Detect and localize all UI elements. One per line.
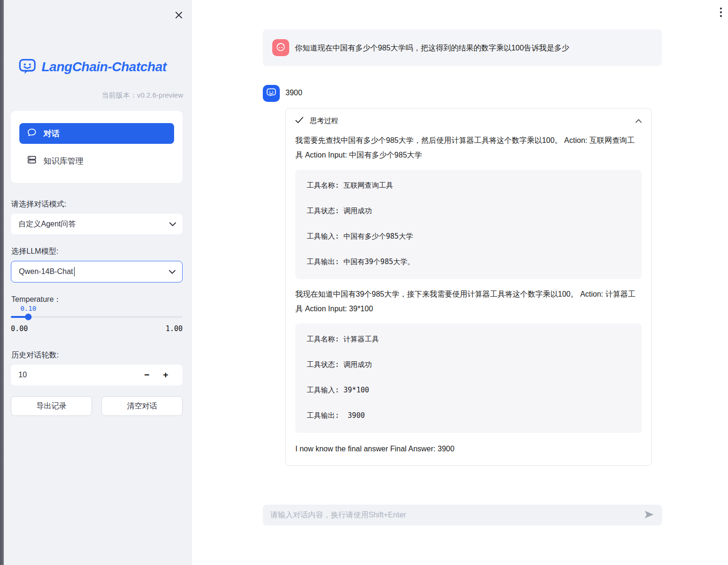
sidebar-item-label: 知识库管理 <box>43 156 84 166</box>
user-avatar <box>272 39 289 56</box>
chat-logo-icon <box>18 57 37 77</box>
temperature-slider: 0.10 0.00 1.00 <box>11 316 183 333</box>
face-icon <box>274 40 288 56</box>
tool-input: 工具输入: 39*100 <box>307 385 630 395</box>
dialog-mode-label: 请选择对话模式: <box>11 199 66 209</box>
tool-input: 工具输入: 中国有多少个985大学 <box>307 231 630 241</box>
dialog-mode-value: 自定义Agent问答 <box>18 219 76 229</box>
sidebar-close-button[interactable] <box>171 8 186 23</box>
expander-header[interactable]: 思考过程 <box>295 108 642 133</box>
temperature-value: 0.10 <box>20 305 36 312</box>
database-icon <box>27 155 37 167</box>
chat-bubble-icon <box>27 127 37 140</box>
history-rounds-label: 历史对话轮数: <box>11 350 59 360</box>
llm-model-value: Qwen-14B-Chat <box>19 267 73 276</box>
tool-call-block: 工具名称: 互联网查询工具 工具状态: 调用成功 工具输入: 中国有多少个985… <box>295 170 642 279</box>
chevron-down-icon <box>169 267 176 276</box>
agent-thought: 我需要先查找中国有多少个985大学，然后使用计算器工具将这个数字乘以100。 A… <box>295 133 642 162</box>
expander-title: 思考过程 <box>310 116 629 125</box>
tool-output: 工具输出: 中国有39个985大学。 <box>307 257 630 267</box>
tool-name: 工具名称: 互联网查询工具 <box>307 180 630 191</box>
export-records-button[interactable]: 导出记录 <box>11 396 92 416</box>
chevron-down-icon <box>169 220 176 228</box>
final-answer-text: I now know the final answer Final Answer… <box>295 441 642 456</box>
temperature-label: Temperature： <box>11 295 61 305</box>
tool-call-block: 工具名称: 计算器工具 工具状态: 调用成功 工具输入: 39*100 工具输出… <box>295 324 642 433</box>
user-message: 你知道现在中国有多少个985大学吗，把这得到的结果的数字乘以100告诉我是多少 <box>263 29 662 66</box>
chat-icon <box>265 86 278 101</box>
send-icon <box>644 510 654 520</box>
slider-thumb[interactable] <box>25 314 32 320</box>
sidebar-item-label: 对话 <box>43 128 59 139</box>
nav-card: 对话 知识库管理 <box>11 111 183 183</box>
chat-input-bar <box>263 505 662 525</box>
app-logo: LangChain-Chatchat <box>18 57 167 77</box>
sidebar-item-dialogue[interactable]: 对话 <box>19 123 174 144</box>
close-icon <box>174 10 184 21</box>
check-icon <box>295 116 303 125</box>
sidebar: LangChain-Chatchat 当前版本：v0.2.6-preview 对… <box>4 0 192 565</box>
chat-area: 你知道现在中国有多少个985大学吗，把这得到的结果的数字乘以100告诉我是多少 … <box>263 29 662 466</box>
history-rounds-input[interactable] <box>18 371 137 379</box>
assistant-message: 3900 思考过程 我需要先查找中国有多少个985大学，然后使用计算器工具将这个… <box>263 85 662 466</box>
tool-status: 工具状态: 调用成功 <box>307 359 630 370</box>
assistant-avatar <box>263 85 280 102</box>
sidebar-item-knowledge-base[interactable]: 知识库管理 <box>19 150 174 171</box>
llm-model-select[interactable]: Qwen-14B-Chat <box>11 261 183 282</box>
thought-process-expander: 思考过程 我需要先查找中国有多少个985大学，然后使用计算器工具将这个数字乘以1… <box>285 108 652 466</box>
history-rounds-stepper: − + <box>11 365 183 385</box>
decrement-button[interactable]: − <box>137 365 156 385</box>
slider-track[interactable] <box>11 316 183 318</box>
agent-thought: 我现在知道中国有39个985大学，接下来我需要使用计算器工具将这个数字乘以100… <box>295 287 642 316</box>
chat-input[interactable] <box>270 511 639 519</box>
user-message-text: 你知道现在中国有多少个985大学吗，把这得到的结果的数字乘以100告诉我是多少 <box>295 41 569 55</box>
app-title: LangChain-Chatchat <box>42 59 167 75</box>
window-edge <box>0 0 4 565</box>
clear-dialog-button[interactable]: 清空对话 <box>101 396 183 416</box>
chevron-up-icon[interactable] <box>636 116 642 125</box>
llm-model-label: 选择LLM模型: <box>11 247 59 257</box>
send-button[interactable] <box>644 510 654 520</box>
slider-max: 1.00 <box>166 324 183 333</box>
kebab-menu-icon <box>720 7 722 19</box>
slider-min: 0.00 <box>11 324 28 333</box>
dialog-mode-select[interactable]: 自定义Agent问答 <box>11 214 183 234</box>
increment-button[interactable]: + <box>156 365 175 385</box>
app-menu-button[interactable] <box>715 7 727 19</box>
expander-body: 我需要先查找中国有多少个985大学，然后使用计算器工具将这个数字乘以100。 A… <box>295 133 642 456</box>
tool-output: 工具输出: 3900 <box>307 410 630 421</box>
tool-status: 工具状态: 调用成功 <box>307 206 630 216</box>
assistant-answer: 3900 <box>285 85 662 97</box>
version-text: 当前版本：v0.2.6-preview <box>101 91 183 100</box>
text-cursor <box>74 267 75 276</box>
tool-name: 工具名称: 计算器工具 <box>307 334 630 344</box>
